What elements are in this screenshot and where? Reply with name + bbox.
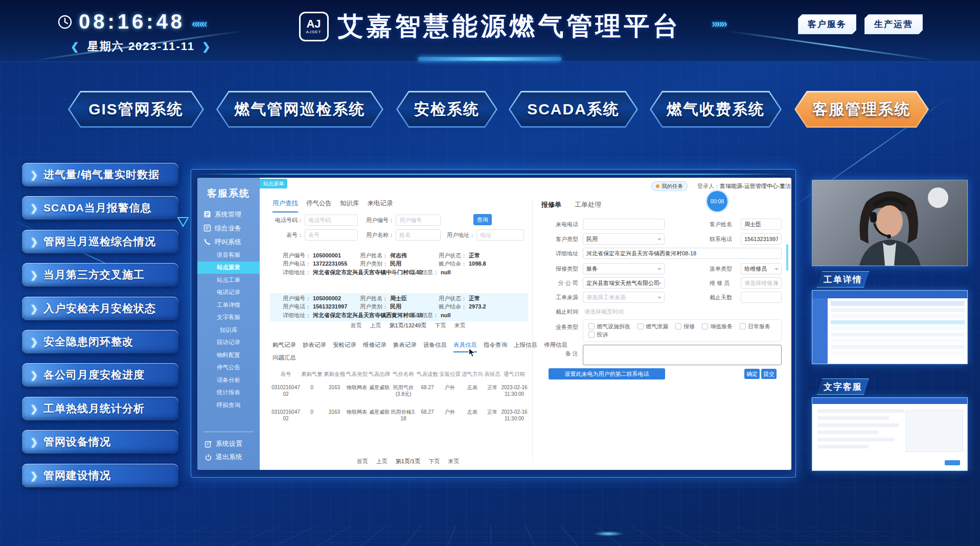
menu-item-text-service[interactable]: 文字客服 <box>197 312 260 324</box>
page-prev[interactable]: 上页 <box>370 322 381 329</box>
user-no: 105000002 <box>313 295 341 301</box>
page-first[interactable]: 首页 <box>357 458 368 465</box>
menu-item-voice-service[interactable]: 语音客服 <box>197 249 260 262</box>
page-last[interactable]: 末页 <box>454 322 465 329</box>
user-address: 河北省保定市定兴县天宫寺镇西黄河村08-18 <box>313 312 423 318</box>
menu-item-system-settings[interactable]: 系统设置 <box>197 437 260 450</box>
tab-knowledge-base[interactable]: 知识库 <box>340 199 359 212</box>
dispatch-type-select[interactable]: 给维修员 <box>741 263 782 274</box>
tab-meter-change-records[interactable]: 换表记录 <box>393 341 417 352</box>
tab-outage-notice[interactable]: 停气公告 <box>306 199 332 212</box>
detail-address-input[interactable] <box>583 248 782 259</box>
tab-command-query[interactable]: 指令查询 <box>484 341 507 352</box>
repairman-select[interactable]: 请选择维修员 <box>741 277 782 289</box>
checkbox-gas-facility-demolition[interactable]: 燃气设施拆改 <box>588 323 630 330</box>
confirm-button[interactable]: 确定 <box>744 369 760 379</box>
menu-item-followup-records[interactable]: 回访记录 <box>197 337 260 349</box>
deadline-days-input[interactable] <box>741 292 782 303</box>
sidebar-item-inspection-overview[interactable]: 管网当月巡检综合情况 <box>22 230 178 253</box>
menu-item-traffic-analysis[interactable]: 话务分析 <box>197 374 260 387</box>
sidebar-item-third-party-construction[interactable]: 当月第三方交叉施工 <box>22 263 178 287</box>
menu-item-workorder-detail[interactable]: 工单详情 <box>197 299 260 312</box>
customer-name-input[interactable] <box>741 219 782 230</box>
nav-tab-pipeline-inspection[interactable]: 燃气管网巡检系统 <box>216 91 383 128</box>
menu-item-site-dispatch-active[interactable]: 站点派发 <box>197 262 260 274</box>
meter-table-row[interactable]: 031021604702 0 3163 物联网表 威星威联 民用气价(3.8元)… <box>271 384 528 397</box>
tab-meter-reading-records[interactable]: 抄表记录 <box>303 341 326 352</box>
sidebar-item-household-safety-status[interactable]: 入户安检本月安检状态 <box>22 297 178 320</box>
page-prev[interactable]: 上页 <box>376 458 388 465</box>
menu-group-call-system[interactable]: 呼叫系统 <box>197 235 260 249</box>
site-dispatch-tag[interactable]: 站点派单 <box>260 179 287 188</box>
search-button[interactable]: 查询 <box>473 214 492 225</box>
sidebar-item-monthly-safety-progress[interactable]: 各公司月度安检进度 <box>22 363 178 387</box>
tab-repair-form[interactable]: 报修单 <box>541 200 561 209</box>
menu-group-general-business[interactable]: 综合业务 <box>197 221 260 235</box>
repair-type-select[interactable]: 服务 <box>583 263 665 274</box>
page-last[interactable]: 末页 <box>448 458 459 465</box>
nav-tab-scada[interactable]: SCADA系统 <box>509 91 638 128</box>
menu-item-logout[interactable]: 退出系统 <box>197 450 260 464</box>
caller-phone-input[interactable] <box>583 219 665 230</box>
checkbox-value-added-service[interactable]: 增值服务 <box>702 323 733 330</box>
note-textarea[interactable] <box>583 345 782 365</box>
tab-purchase-records[interactable]: 购气记录 <box>272 341 296 352</box>
tab-safety-records[interactable]: 安检记录 <box>333 341 356 352</box>
nav-tab-safety-check[interactable]: 安检系统 <box>396 91 497 128</box>
user-record-selected[interactable]: 用户编号：105000002 用户姓名：周士臣 用户状态：正常 用户电话：156… <box>270 293 528 321</box>
branch-company-select[interactable]: 定兴县富瑞安天然气有限公司 <box>583 277 665 289</box>
text-service-preview-thumbnail[interactable] <box>812 397 968 471</box>
workorder-preview-thumbnail[interactable] <box>812 290 968 364</box>
nav-tab-gas-billing[interactable]: 燃气收费系统 <box>650 91 782 128</box>
caller-phone-label: 来电电话 <box>538 221 578 228</box>
submit-button[interactable]: 提交 <box>761 369 777 379</box>
user-record[interactable]: 用户编号：105000001 用户姓名：何志伟 用户状态：正常 用户电话：137… <box>270 250 528 278</box>
sidebar-item-pipeline-construction[interactable]: 管网建设情况 <box>22 464 178 487</box>
production-operation-button[interactable]: 生产运营 <box>864 14 923 34</box>
menu-item-gas-outage-notice[interactable]: 停气公告 <box>197 362 260 374</box>
page-first[interactable]: 首页 <box>351 322 362 329</box>
workorder-source-select[interactable]: 请选择工单来源 <box>583 292 665 303</box>
phone-input[interactable] <box>305 215 358 226</box>
menu-item-call-records[interactable]: 电话记录 <box>197 287 260 299</box>
meter-input[interactable] <box>305 229 358 241</box>
page-next[interactable]: 下页 <box>435 322 446 329</box>
nav-tab-gis[interactable]: GIS管网系统 <box>68 91 204 128</box>
menu-group-system-mgmt[interactable]: 系统管理 <box>197 207 260 221</box>
menu-item-material-config[interactable]: 物料配置 <box>197 349 260 362</box>
menu-item-call-loss-query[interactable]: 呼损查询 <box>197 399 260 412</box>
userno-input[interactable] <box>396 215 441 226</box>
checkbox-repair[interactable]: 报修 <box>675 323 695 330</box>
menu-footer: 系统设置 退出系统 <box>197 432 260 470</box>
tab-device-info[interactable]: 设备信息 <box>423 341 447 352</box>
sidebar-item-pipeline-equipment[interactable]: 管网设备情况 <box>22 430 178 454</box>
menu-item-knowledge-base[interactable]: 知识库 <box>197 324 260 337</box>
meter-table-row[interactable]: 031021604702 0 3163 物联网表 威星威联 民用价格3.18 6… <box>271 409 528 422</box>
checkbox-daily-service[interactable]: 日常服务 <box>740 323 770 330</box>
tab-workorder-process[interactable]: 工单处理 <box>575 200 601 209</box>
tab-incoming-calls[interactable]: 来电记录 <box>368 199 393 212</box>
tab-issue-summary[interactable]: 问题汇总 <box>272 354 296 364</box>
nav-tab-customer-service-active[interactable]: 客服管理系统 <box>794 91 929 128</box>
deadline-picker[interactable]: 请选择截至时间 <box>584 308 624 316</box>
sidebar-item-realtime-gas[interactable]: 进气量/销气量实时数据 <box>22 163 178 186</box>
sidebar-item-scada-alarms[interactable]: SCADA当月报警信息 <box>22 196 178 220</box>
sidebar-item-hazard-rectification[interactable]: 安全隐患闭环整改 <box>22 330 178 353</box>
contact-phone-input[interactable] <box>741 233 782 245</box>
tab-user-search[interactable]: 用户查找 <box>272 199 298 212</box>
username-input[interactable] <box>396 229 441 241</box>
workorder-detail-label[interactable]: 工单详情 <box>817 271 869 288</box>
page-next[interactable]: 下页 <box>428 458 440 465</box>
checkbox-gas-leak[interactable]: 燃气泄漏 <box>637 323 668 330</box>
menu-item-statistics-report[interactable]: 统计报表 <box>197 387 260 399</box>
customer-service-button[interactable]: 客户服务 <box>798 14 856 34</box>
checkbox-complaint[interactable]: 投诉 <box>588 331 608 339</box>
text-service-label[interactable]: 文字客服 <box>817 378 869 395</box>
tab-repair-records[interactable]: 维修记录 <box>363 341 386 352</box>
sidebar-item-hotline-statistics[interactable]: 工单热线月统计分析 <box>22 397 178 420</box>
menu-item-site-workorder[interactable]: 站点工单 <box>197 274 260 287</box>
customer-type-select[interactable]: 民用 <box>583 233 665 245</box>
tab-report-info[interactable]: 上报信息 <box>514 341 537 352</box>
set-second-phone-button[interactable]: 设置此来电为用户的第二联系电话 <box>549 368 665 379</box>
useraddr-input[interactable] <box>476 229 524 241</box>
